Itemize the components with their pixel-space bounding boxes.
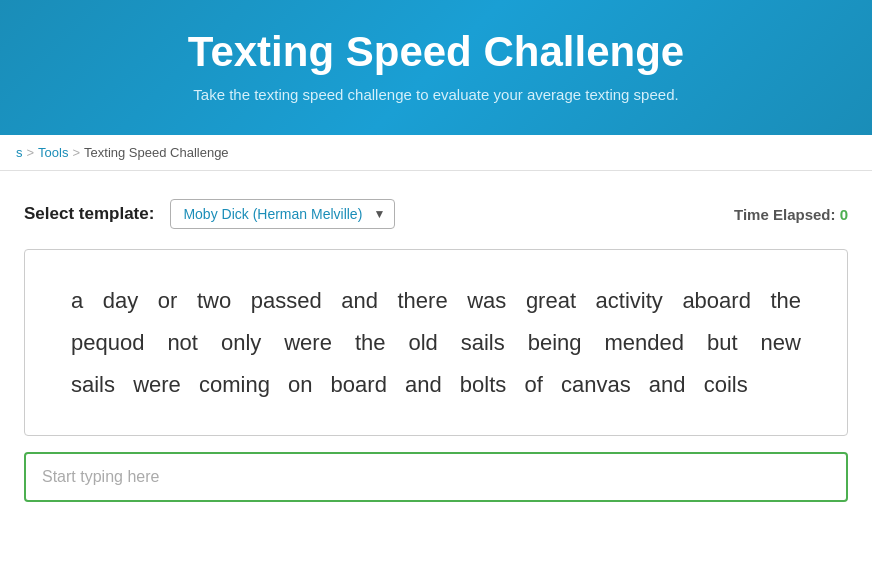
word-10: aboard (682, 288, 751, 313)
word-13: not (167, 330, 198, 355)
text-display-box: a day or two passed and there was great … (24, 249, 848, 436)
word-25: coming (199, 372, 270, 397)
template-label: Select template: (24, 204, 154, 224)
word-29: bolts (460, 372, 506, 397)
word-0: a (71, 288, 83, 313)
text-passage: a day or two passed and there was great … (65, 280, 807, 405)
word-27: board (331, 372, 387, 397)
breadcrumb-tools[interactable]: Tools (38, 145, 68, 160)
word-17: old (408, 330, 437, 355)
main-content: Select template: Moby Dick (Herman Melvi… (0, 171, 872, 522)
word-21: but (707, 330, 738, 355)
word-24: were (133, 372, 181, 397)
breadcrumb-home[interactable]: s (16, 145, 23, 160)
page-title: Texting Speed Challenge (20, 28, 852, 76)
word-20: mended (605, 330, 685, 355)
template-select-wrapper[interactable]: Moby Dick (Herman Melville) Pride and Pr… (170, 199, 395, 229)
breadcrumb: s > Tools > Texting Speed Challenge (0, 135, 872, 171)
page-subtitle: Take the texting speed challenge to eval… (20, 86, 852, 103)
template-label-group: Select template: Moby Dick (Herman Melvi… (24, 199, 395, 229)
word-18: sails (461, 330, 505, 355)
word-23: sails (71, 372, 115, 397)
word-31: canvas (561, 372, 631, 397)
time-elapsed-value: 0 (840, 206, 848, 223)
breadcrumb-sep1: > (27, 145, 35, 160)
word-16: the (355, 330, 386, 355)
word-33: coils (704, 372, 748, 397)
word-19: being (528, 330, 582, 355)
word-5: and (341, 288, 378, 313)
word-2: or (158, 288, 178, 313)
word-7: was (467, 288, 506, 313)
time-elapsed-display: Time Elapsed: 0 (734, 206, 848, 223)
word-9: activity (596, 288, 663, 313)
page-header: Texting Speed Challenge Take the texting… (0, 0, 872, 135)
word-4: passed (251, 288, 322, 313)
time-elapsed-label: Time Elapsed: (734, 206, 835, 223)
word-12: pequod (71, 330, 144, 355)
template-select[interactable]: Moby Dick (Herman Melville) Pride and Pr… (170, 199, 395, 229)
word-26: on (288, 372, 312, 397)
word-8: great (526, 288, 576, 313)
word-14: only (221, 330, 261, 355)
word-6: there (398, 288, 448, 313)
breadcrumb-sep2: > (72, 145, 80, 160)
word-11: the (770, 288, 801, 313)
breadcrumb-current: Texting Speed Challenge (84, 145, 229, 160)
word-28: and (405, 372, 442, 397)
word-32: and (649, 372, 686, 397)
word-30: of (524, 372, 542, 397)
word-3: two (197, 288, 231, 313)
template-row: Select template: Moby Dick (Herman Melvi… (24, 199, 848, 229)
typing-input[interactable] (24, 452, 848, 502)
word-1: day (103, 288, 138, 313)
word-15: were (284, 330, 332, 355)
word-22: new (761, 330, 801, 355)
